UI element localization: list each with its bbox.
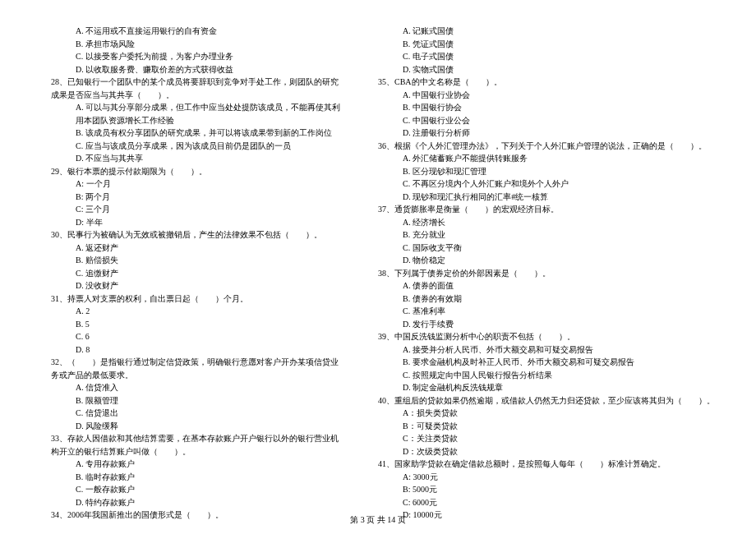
option-b: B. 区分现钞和现汇管理: [368, 165, 715, 178]
option-a: A. 外汇储蓄账户不能提供转账服务: [368, 152, 715, 165]
option-c: C. 6: [41, 330, 343, 343]
option-b: B: 两个月: [41, 191, 343, 204]
question-30: 30、民事行为被确认为无效或被撤销后，产生的法律效果不包括（ ）。: [41, 228, 343, 242]
option-c: C. 信贷退出: [41, 407, 343, 420]
option-b: B. 5: [41, 318, 343, 331]
option-b: B. 要求金融机构及时补正人民币、外币大额交易和可疑交易报告: [368, 356, 715, 369]
option-a: A. 2: [41, 305, 343, 318]
option-d: D. 现钞和现汇执行相同的汇率#统一核算: [368, 191, 715, 204]
question-33: 33、存款人因借款和其他结算需要，在基本存款账户开户银行以外的银行营业机构开立的…: [41, 432, 343, 458]
option-c: C. 一般存款账户: [41, 483, 343, 496]
page-footer: 第 3 页 共 14 页: [0, 514, 756, 526]
option-d: D. 风险缓释: [41, 420, 343, 433]
option-b: B. 临时存款账户: [41, 471, 343, 484]
option-c: C. 不再区分境内个人外汇账户和境外个人外户: [368, 177, 715, 191]
option-d: D. 8: [41, 343, 343, 357]
option-a: A. 返还财产: [41, 242, 343, 255]
two-column-layout: A. 不运用或不直接运用银行的自有资金 B. 承担市场风险 C. 以接受客户委托…: [41, 25, 715, 522]
option-a: A. 可以与其分享部分成果，但工作中应当处处提防该成员，不能再使其利用本团队资源…: [41, 101, 343, 127]
option-b: B. 赔偿损失: [41, 254, 343, 267]
option-c: C：关注类贷款: [368, 432, 715, 445]
option-a: A. 中国银行业协会: [368, 89, 715, 102]
option-b: B: 5000元: [368, 483, 715, 496]
question-28: 28、已知银行一个团队中的某个成员将要辞职到竞争对手处工作，则团队的研究成果是否…: [41, 76, 343, 101]
option-b: B. 承担市场风险: [41, 38, 343, 51]
option-a: A. 不运用或不直接运用银行的自有资金: [41, 25, 343, 38]
option-d: D: 半年: [41, 216, 343, 229]
option-d: D. 注册银行分析师: [368, 127, 715, 140]
option-b: B. 中国银行协会: [368, 101, 715, 114]
left-column: A. 不运用或不直接运用银行的自有资金 B. 承担市场风险 C. 以接受客户委托…: [41, 25, 343, 522]
question-40: 40、重组后的贷款如果仍然逾期，或借款人仍然无力归还贷款，至少应该将其归为（ ）…: [368, 394, 715, 407]
option-c: C: 6000元: [368, 496, 715, 509]
option-a: A. 接受并分析人民币、外币大额交易和可疑交易报告: [368, 343, 715, 357]
option-d: D. 实物式国债: [368, 63, 715, 76]
option-c: C. 以接受客户委托为前提，为客户办理业务: [41, 50, 343, 63]
option-a: A: 一个月: [41, 177, 343, 191]
option-b: B. 债券的有效期: [368, 292, 715, 306]
option-a: A：损失类贷款: [368, 407, 715, 420]
option-c: C. 电子式国债: [368, 50, 715, 63]
question-31: 31、持票人对支票的权利，自出票日起（ ）个月。: [41, 292, 343, 306]
option-a: A. 经济增长: [368, 216, 715, 229]
question-35: 35、CBA的中文名称是（ ）。: [368, 76, 715, 89]
option-d: D. 物价稳定: [368, 254, 715, 267]
option-d: D. 特约存款账户: [41, 496, 343, 509]
option-b: B：可疑类贷款: [368, 420, 715, 433]
option-b: B. 凭证式国债: [368, 38, 715, 51]
option-c: C. 应当与该成员分享成果，因为该成员目前仍是团队的一员: [41, 140, 343, 153]
option-d: D. 没收财产: [41, 279, 343, 292]
right-column: A. 记账式国债 B. 凭证式国债 C. 电子式国债 D. 实物式国债 35、C…: [368, 25, 715, 522]
option-a: A. 信贷准入: [41, 381, 343, 394]
option-d: D. 不应当与其共享: [41, 152, 343, 165]
option-a: A. 记账式国债: [368, 25, 715, 38]
option-d: D. 制定金融机构反洗钱规章: [368, 381, 715, 394]
question-39: 39、中国反洗钱监测分析中心的职责不包括（ ）。: [368, 330, 715, 343]
question-37: 37、通货膨胀率是衡量（ ）的宏观经济目标。: [368, 203, 715, 216]
option-a: A: 3000元: [368, 471, 715, 484]
option-b: B. 该成员有权分享团队的研究成果，并可以将该成果带到新的工作岗位: [41, 127, 343, 140]
question-36: 36、根据《个人外汇管理办法》，下列关于个人外汇账户管理的说法，正确的是（ ）。: [368, 140, 715, 153]
option-d: D. 发行手续费: [368, 318, 715, 331]
option-a: A. 专用存款账户: [41, 458, 343, 471]
question-29: 29、银行本票的提示付款期限为（ ）。: [41, 165, 343, 178]
question-32: 32、（ ）是指银行通过制定信贷政策，明确银行意愿对客户开办某项信贷业务或产品的…: [41, 356, 343, 381]
option-c: C. 基准利率: [368, 305, 715, 318]
option-c: C. 中国银行业公会: [368, 114, 715, 127]
option-c: C. 国际收支平衡: [368, 242, 715, 255]
option-b: B. 充分就业: [368, 228, 715, 242]
question-41: 41、国家助学贷款在确定借款总额时，是按照每人每年（ ）标准计算确定。: [368, 458, 715, 471]
option-c: C. 追缴财产: [41, 267, 343, 280]
option-c: C. 按照规定向中国人民银行报告分析结果: [368, 369, 715, 382]
option-d: D：次级类贷款: [368, 445, 715, 458]
option-b: B. 限额管理: [41, 394, 343, 407]
option-a: A. 债券的面值: [368, 279, 715, 292]
option-d: D. 以收取服务费、赚取价差的方式获得收益: [41, 63, 343, 76]
question-38: 38、下列属于债券定价的外部因素是（ ）。: [368, 267, 715, 280]
option-c: C: 三个月: [41, 203, 343, 216]
